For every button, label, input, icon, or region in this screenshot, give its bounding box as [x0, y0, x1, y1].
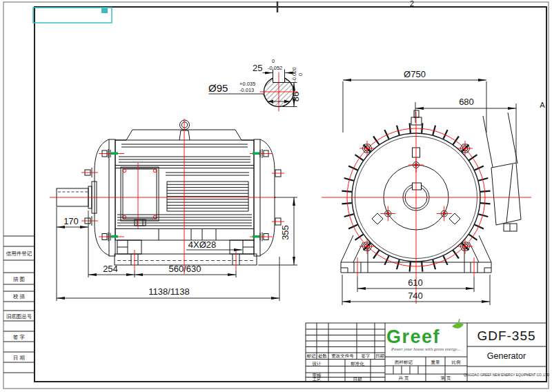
pages-total: 共 页	[399, 375, 409, 381]
label-mounting-holes: 4XØ28	[188, 239, 216, 250]
dim-key-height-tol-low: -0.020	[291, 67, 297, 81]
top-cover	[115, 130, 254, 140]
col-mark: 标记	[306, 353, 317, 359]
margin-date-label: 日 期	[13, 355, 25, 361]
keyway-slot	[413, 183, 422, 190]
dim-foot-offset: 254	[103, 264, 118, 274]
dim-foot-span: 560/630	[169, 264, 201, 274]
shaft-section-detail: 25 0 -0.052 Ø95 +0.035 -0.013 86 0 -0.02…	[208, 58, 304, 111]
generator-front-view	[341, 110, 521, 273]
dim-outer-diameter: Ø750	[404, 69, 426, 79]
dim-key-width-tol-low: -0.052	[268, 65, 282, 71]
product-name: Generator	[487, 351, 526, 361]
front-view-dimensions	[342, 80, 516, 305]
margin-old-no-label: 旧底图总号	[6, 313, 32, 320]
upper-cooling-fins	[115, 144, 254, 175]
center-cooling-fins	[167, 182, 248, 211]
dim-shaft-dia-tol-low: -0.013	[239, 87, 254, 93]
access-panel	[121, 167, 159, 226]
margin-trace-label: 描 图	[13, 276, 25, 282]
dim-shaft-height: 355	[280, 225, 290, 240]
dim-key-width: 25	[253, 63, 262, 73]
margin-check-label: 校 描	[12, 293, 26, 300]
dim-key-width-tol-up: 0	[272, 58, 275, 64]
margin-borrow-label: 借用件登记	[6, 251, 32, 257]
zone-number-top: 2	[410, 0, 414, 8]
selection-box[interactable]	[33, 8, 112, 23]
clamp-bolts	[102, 149, 268, 242]
col-count: 处数	[318, 353, 328, 359]
mounting-feet-side	[115, 240, 257, 265]
mark-header: 图样标记	[395, 360, 413, 365]
dim-key-height: 86	[290, 92, 301, 101]
dim-shaft-extension: 170	[63, 216, 79, 226]
dim-shaft-dia-tol-up: +0.035	[239, 81, 255, 87]
dim-total-length: 1138/1138	[148, 286, 190, 297]
dim-key-height-tol-up: 0	[297, 73, 304, 76]
terminal-box	[483, 112, 521, 231]
row-process: 工艺	[313, 377, 322, 382]
lifting-eye	[180, 120, 190, 130]
drawing-canvas: 2 A 25 0 -0.052 Ø95 +0.035 -0.013 86 0	[0, 0, 552, 392]
dim-hole-span: 610	[408, 277, 423, 288]
generator-side-view	[57, 120, 281, 265]
logo-text: Greef	[386, 326, 440, 347]
dim-shaft-dia: Ø95	[208, 82, 228, 94]
logo-tagline: Power your house with green energy...	[391, 346, 460, 351]
dim-base-width: 740	[408, 291, 423, 301]
page-num: 第 页	[441, 375, 451, 380]
dim-box-width: 680	[459, 97, 474, 107]
col-sign: 签字	[362, 353, 371, 358]
weight-header: 重量	[431, 360, 441, 364]
col-date: 日期	[375, 353, 384, 358]
model-number: GDF-355	[477, 329, 535, 343]
margin-sign-label: 签 字	[13, 334, 26, 340]
col-doc: 更改文件号	[331, 353, 354, 359]
selection-handle[interactable]	[101, 8, 108, 13]
scale-header: 比例	[452, 360, 461, 365]
row-design: 设计	[313, 361, 322, 366]
company-name: QINGDAO GREEF NEW ENERGY EQUIPMENT CO.,L…	[464, 373, 550, 377]
drawing-sheet: 2 A 25 0 -0.052 Ø95 +0.035 -0.013 86 0	[0, 0, 552, 392]
row-standardize: 标准化	[350, 361, 364, 366]
row-date: 日期	[353, 377, 362, 382]
zone-letter-right: A	[540, 101, 545, 109]
